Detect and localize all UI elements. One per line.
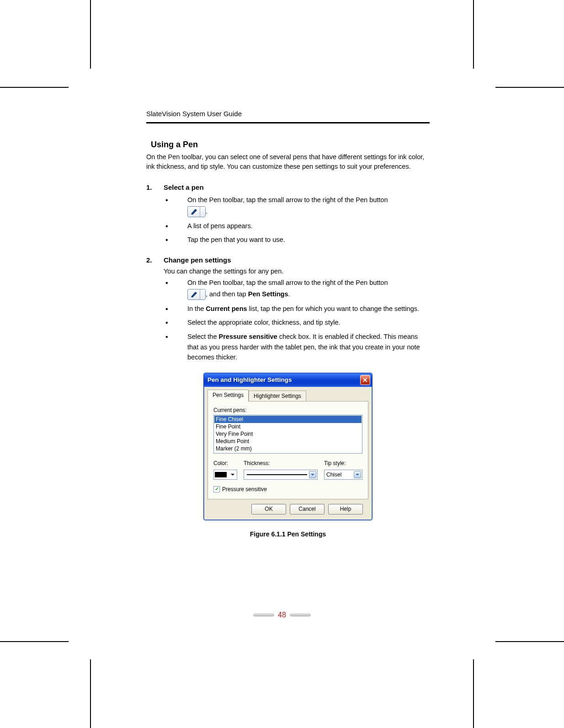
checkbox-icon: ✓ <box>213 486 220 492</box>
chevron-down-icon <box>229 471 236 478</box>
bold-term: Current pens <box>206 305 247 312</box>
bullet-text: list, tap the pen for which you want to … <box>247 305 419 312</box>
bullet-dot: • <box>165 332 187 362</box>
pressure-sensitive-checkbox[interactable]: ✓ Pressure sensitive <box>213 486 362 492</box>
bullet-item: • Select the Pressure sensitive check bo… <box>165 332 430 362</box>
screenshot-pen-settings-dialog: Pen and Highlighter Settings ✕ Pen Setti… <box>203 373 372 520</box>
pen-button-icon <box>187 289 206 300</box>
ok-button[interactable]: OK <box>251 504 286 514</box>
chevron-down-icon <box>309 471 316 478</box>
bullet-item: • Select the appropriate color, thicknes… <box>165 317 430 329</box>
crop-mark <box>90 0 91 69</box>
bullet-dot: • <box>165 317 187 329</box>
bullet-item: • In the Current pens list, tap the pen … <box>165 304 430 315</box>
crop-mark <box>495 641 564 642</box>
bullet-dot: • <box>165 304 187 315</box>
pen-button-icon <box>187 206 206 217</box>
step-1: 1. Select a pen • On the Pen toolbar, ta… <box>146 183 430 246</box>
dialog-title: Pen and Highlighter Settings <box>208 376 360 383</box>
thickness-dropdown[interactable] <box>244 470 318 480</box>
bullet-item: • On the Pen toolbar, tap the small arro… <box>165 195 430 218</box>
thickness-preview <box>247 474 307 475</box>
bullet-text: On the Pen toolbar, tap the small arrow … <box>187 196 388 203</box>
step-2: 2. Change pen settings You can change th… <box>146 256 430 362</box>
bullet-text: Select the appropriate color, thickness,… <box>187 317 430 329</box>
tab-highlighter-settings[interactable]: Highlighter Settings <box>249 391 306 401</box>
list-item[interactable]: Medium Point <box>214 438 362 445</box>
bullet-item: • On the Pen toolbar, tap the small arro… <box>165 278 430 300</box>
crop-mark <box>0 641 69 642</box>
intro-paragraph: On the Pen toolbar, you can select one o… <box>146 152 430 171</box>
chevron-down-icon <box>354 471 361 478</box>
color-swatch <box>215 472 227 477</box>
bold-term: Pen Settings <box>248 290 288 297</box>
bullet-text: . <box>288 290 290 297</box>
step-number: 2. <box>146 256 164 264</box>
tip-style-dropdown[interactable]: Chisel <box>324 470 362 480</box>
bullet-text: Tap the pen that you want to use. <box>187 235 430 246</box>
bullet-text: , and then tap <box>206 290 248 297</box>
page-number-value: 48 <box>278 611 286 619</box>
checkbox-label: Pressure sensitive <box>222 486 267 492</box>
step-description: You can change the settings for any pen. <box>164 268 430 275</box>
page-ornament-icon <box>290 614 311 616</box>
bold-term: Pressure sensitive <box>219 333 277 340</box>
section-title: Using a Pen <box>151 140 430 150</box>
dialog-titlebar: Pen and Highlighter Settings ✕ <box>204 373 372 387</box>
list-item[interactable]: Marker (2 mm) <box>214 445 362 452</box>
bullet-text: Select the <box>187 333 219 340</box>
tip-style-label: Tip style: <box>324 460 362 466</box>
crop-mark <box>90 659 91 728</box>
page-content: SlateVision System User Guide Using a Pe… <box>146 110 430 538</box>
current-pens-listbox[interactable]: Fine Chisel Fine Point Very Fine Point M… <box>213 415 362 454</box>
page-ornament-icon <box>253 614 274 616</box>
step-title: Change pen settings <box>164 256 231 264</box>
crop-mark <box>0 87 69 88</box>
crop-mark <box>495 87 564 88</box>
close-icon: ✕ <box>362 376 368 384</box>
list-item[interactable]: Very Fine Point <box>214 430 362 438</box>
bullet-dot: • <box>165 195 187 218</box>
tip-style-value: Chisel <box>326 471 352 478</box>
step-number: 1. <box>146 183 164 191</box>
document-header: SlateVision System User Guide <box>146 110 430 123</box>
bullet-text: On the Pen toolbar, tap the small arrow … <box>187 279 388 286</box>
figure-caption: Figure 6.1.1 Pen Settings <box>146 530 430 538</box>
crop-mark <box>473 659 474 728</box>
bullet-dot: • <box>165 235 187 246</box>
help-button[interactable]: Help <box>328 504 363 514</box>
tab-pen-settings[interactable]: Pen Settings <box>208 390 249 401</box>
current-pens-label: Current pens: <box>213 407 362 413</box>
close-button[interactable]: ✕ <box>360 375 370 385</box>
thickness-label: Thickness: <box>244 460 318 466</box>
page-number: 48 <box>253 611 311 619</box>
bullet-dot: • <box>165 278 187 300</box>
bullet-item: • A list of pens appears. <box>165 221 430 232</box>
crop-mark <box>473 0 474 69</box>
list-item[interactable]: Fine Chisel <box>214 416 362 423</box>
color-dropdown[interactable] <box>213 470 237 480</box>
bullet-text: In the <box>187 305 206 312</box>
bullet-dot: • <box>165 221 187 232</box>
color-label: Color: <box>213 460 237 466</box>
list-item[interactable]: Fine Point <box>214 423 362 430</box>
step-title: Select a pen <box>164 183 204 191</box>
bullet-text: A list of pens appears. <box>187 221 430 232</box>
bullet-item: • Tap the pen that you want to use. <box>165 235 430 246</box>
bullet-tail: . <box>206 207 208 214</box>
cancel-button[interactable]: Cancel <box>290 504 325 514</box>
